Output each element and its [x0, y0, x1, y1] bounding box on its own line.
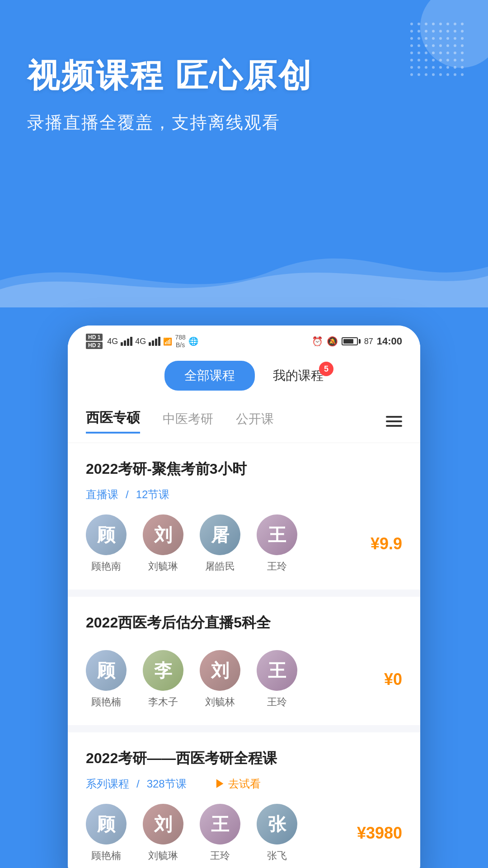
teacher-avatar-1-1: 李 [143, 650, 183, 691]
hd-indicators: HD 1 HD 2 [86, 334, 103, 349]
teacher-avatar-1-3: 王 [257, 650, 297, 691]
status-bar: HD 1 HD 2 4G 4G [68, 326, 420, 354]
teacher-name-0-3: 王玲 [267, 560, 287, 573]
teacher-item: 刘 刘毓琳 [143, 804, 183, 863]
course-title-2: 2022考研——西医考研全程课 [86, 749, 402, 769]
teacher-item: 顾 顾艳南 [86, 514, 127, 573]
hero-title: 视频课程 匠心原创 [27, 54, 461, 98]
menu-icon[interactable] [386, 416, 402, 427]
teacher-item: 屠 屠皓民 [200, 514, 240, 573]
teacher-avatar-0-2: 屠 [200, 514, 240, 555]
teacher-avatar-2-3: 张 [257, 804, 297, 844]
course-card-1[interactable]: 2022西医考后估分直播5科全 顾 顾艳楠 李 李木子 [68, 597, 420, 725]
status-right: ⏰ 🔕 87 14:00 [312, 335, 402, 347]
teacher-avatar-0-1: 刘 [143, 514, 183, 555]
teacher-name-0-1: 刘毓琳 [148, 560, 178, 573]
menu-line-3 [386, 425, 402, 427]
teacher-name-2-1: 刘毓琳 [148, 849, 178, 863]
course-title-0: 2022考研-聚焦考前3小时 [86, 459, 402, 479]
my-courses-badge: 5 [319, 362, 333, 376]
network-4g1: 4G [107, 337, 118, 346]
teacher-name-1-2: 刘毓林 [205, 695, 235, 709]
course-list: 2022考研-聚焦考前3小时 直播课 / 12节课 顾 顾艳南 [68, 443, 420, 868]
course-card-0[interactable]: 2022考研-聚焦考前3小时 直播课 / 12节课 顾 顾艳南 [68, 443, 420, 590]
teacher-name-2-3: 张飞 [267, 849, 287, 863]
course-type-2: 系列课程 [86, 777, 129, 791]
teacher-item: 王 王玲 [257, 650, 297, 709]
teacher-avatar-0-0: 顾 [86, 514, 127, 555]
teacher-item: 刘 刘毓林 [200, 650, 240, 709]
teacher-item: 李 李木子 [143, 650, 183, 709]
menu-line-1 [386, 416, 402, 418]
category-item-0[interactable]: 西医专硕 [86, 409, 140, 434]
network-icon: 🌐 [188, 336, 198, 346]
teacher-avatar-1-0: 顾 [86, 650, 127, 691]
menu-line-2 [386, 420, 402, 422]
course-meta-0: 直播课 / 12节课 [86, 487, 402, 502]
teacher-row-1: 顾 顾艳楠 李 李木子 刘 刘毓林 [86, 650, 402, 709]
teachers-2: 顾 顾艳楠 刘 刘毓琳 王 王玲 [86, 804, 297, 863]
teacher-name-1-1: 李木子 [148, 695, 178, 709]
mute-icon: 🔕 [327, 336, 338, 347]
teacher-item: 顾 顾艳楠 [86, 650, 127, 709]
course-meta-2: 系列课程 / 328节课 ▶ 去试看 [86, 777, 402, 791]
my-courses-tab[interactable]: 我的课程 5 [273, 367, 324, 384]
hd2-badge: HD 2 [86, 342, 103, 349]
teacher-name-2-0: 顾艳楠 [91, 849, 121, 863]
phone-mockup-wrapper: HD 1 HD 2 4G 4G [0, 326, 488, 868]
hero-subtitle: 录播直播全覆盖，支持离线观看 [27, 111, 461, 134]
course-lessons-2: 328节课 [147, 777, 187, 791]
teacher-name-1-0: 顾艳楠 [91, 695, 121, 709]
time-display: 14:00 [377, 335, 402, 347]
course-type-0: 直播课 [86, 487, 118, 502]
teacher-item: 顾 顾艳楠 [86, 804, 127, 863]
alarm-icon: ⏰ [312, 336, 323, 347]
category-item-2[interactable]: 公开课 [236, 410, 274, 432]
network-speed: 788 B/s [175, 334, 185, 349]
battery-indicator [342, 337, 361, 345]
page-wrapper: 视频课程 匠心原创 录播直播全覆盖，支持离线观看 HD 1 HD 2 4G [0, 0, 488, 868]
hd1-badge: HD 1 [86, 334, 103, 341]
teacher-name-0-2: 屠皓民 [205, 560, 235, 573]
hero-section: 视频课程 匠心原创 录播直播全覆盖，支持离线观看 [0, 0, 488, 280]
category-nav: 西医专硕 中医考研 公开课 [68, 400, 420, 443]
teacher-item: 张 张飞 [257, 804, 297, 863]
teacher-name-0-0: 顾艳南 [91, 560, 121, 573]
course-lessons-0: 12节课 [136, 487, 170, 502]
teacher-name-2-2: 王玲 [210, 849, 230, 863]
wifi-icon: 📶 [163, 337, 172, 346]
teacher-item: 王 王玲 [257, 514, 297, 573]
teacher-avatar-2-2: 王 [200, 804, 240, 844]
teacher-row-2: 顾 顾艳楠 刘 刘毓琳 王 王玲 [86, 804, 402, 863]
teacher-avatar-0-3: 王 [257, 514, 297, 555]
try-watch-btn[interactable]: ▶ 去试看 [215, 777, 261, 791]
category-item-1[interactable]: 中医考研 [163, 410, 213, 432]
teacher-avatar-1-2: 刘 [200, 650, 240, 691]
phone-mockup: HD 1 HD 2 4G 4G [68, 326, 420, 868]
course-card-2[interactable]: 2022考研——西医考研全程课 系列课程 / 328节课 ▶ 去试看 顾 顾艳楠 [68, 732, 420, 868]
all-courses-tab[interactable]: 全部课程 [164, 361, 255, 391]
teacher-item: 王 王玲 [200, 804, 240, 863]
teachers-1: 顾 顾艳楠 李 李木子 刘 刘毓林 [86, 650, 297, 709]
wave-divider [0, 244, 488, 307]
tab-bar: 全部课程 我的课程 5 [68, 354, 420, 400]
signal-bar2 [149, 337, 160, 346]
teachers-0: 顾 顾艳南 刘 刘毓琳 屠 屠皓民 [86, 514, 297, 573]
teacher-avatar-2-0: 顾 [86, 804, 127, 844]
course-meta-1-spacer [86, 641, 402, 650]
teacher-item: 刘 刘毓琳 [143, 514, 183, 573]
teacher-avatar-2-1: 刘 [143, 804, 183, 844]
signal-bar1 [121, 337, 132, 346]
teacher-name-1-3: 王玲 [267, 695, 287, 709]
network-4g2: 4G [135, 337, 146, 346]
course-price-0: ¥9.9 [371, 534, 402, 553]
course-price-1: ¥0 [384, 670, 402, 689]
course-title-1: 2022西医考后估分直播5科全 [86, 613, 402, 633]
course-price-2: ¥3980 [357, 824, 402, 843]
status-left: HD 1 HD 2 4G 4G [86, 334, 198, 349]
battery-percent: 87 [364, 337, 373, 346]
teacher-row-0: 顾 顾艳南 刘 刘毓琳 屠 屠皓民 [86, 514, 402, 573]
